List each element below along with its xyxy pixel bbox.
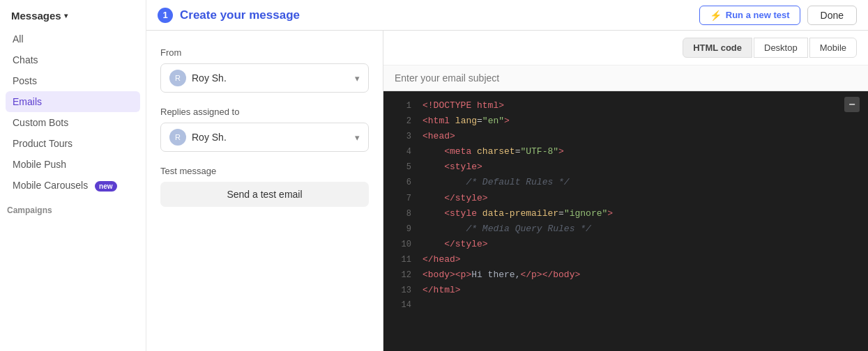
sidebar-item-emails[interactable]: Emails (6, 91, 140, 112)
sidebar-item-mobile-push[interactable]: Mobile Push (6, 154, 140, 175)
tab-html-code[interactable]: HTML code (683, 38, 752, 58)
sidebar-item-custom-bots[interactable]: Custom Bots (6, 112, 140, 133)
new-badge: new (95, 181, 116, 192)
top-bar: 1 Create your message ⚡ Run a new test D… (146, 0, 868, 31)
line-number: 7 (390, 192, 411, 205)
replies-label: Replies assigned to (160, 107, 369, 117)
chevron-down-icon: ▾ (64, 12, 68, 20)
tab-mobile[interactable]: Mobile (809, 38, 857, 58)
run-new-test-button[interactable]: ⚡ Run a new test (699, 6, 800, 25)
code-line: 1<!DOCTYPE html> (383, 98, 868, 114)
line-number: 1 (390, 99, 411, 113)
tab-desktop[interactable]: Desktop (754, 38, 808, 58)
line-number: 11 (390, 253, 411, 267)
from-group: From R Roy Sh. ▾ (160, 47, 369, 93)
test-message-label: Test message (160, 166, 369, 176)
code-line: 3<head> (383, 129, 868, 144)
code-line: 12<body><p>Hi there,</p></body> (383, 267, 868, 283)
from-label: From (160, 47, 369, 58)
editor-panel: HTML code Desktop Mobile − 1<!DOCTYPE ht… (383, 31, 868, 351)
code-line: 4 <meta charset="UTF-8"> (383, 144, 868, 159)
line-number: 10 (390, 237, 411, 251)
run-test-label: Run a new test (726, 10, 790, 20)
sidebar-item-mobile-carousels[interactable]: Mobile Carousels new (6, 175, 140, 196)
code-content: <style> (422, 159, 482, 175)
content-area: From R Roy Sh. ▾ Replies assigned to R R… (146, 31, 868, 351)
main-content: 1 Create your message ⚡ Run a new test D… (146, 0, 868, 351)
sidebar-nav: All Chats Posts Emails Custom Bots Produ… (0, 29, 146, 196)
replies-group: Replies assigned to R Roy Sh. ▾ (160, 107, 369, 152)
line-number: 13 (390, 283, 411, 297)
send-test-email-button[interactable]: Send a test email (160, 182, 369, 207)
code-content: <body><p>Hi there,</p></body> (422, 267, 580, 283)
code-content: <!DOCTYPE html> (422, 98, 504, 114)
line-number: 14 (390, 298, 411, 312)
sidebar-item-all[interactable]: All (6, 29, 140, 49)
code-line: 13</html> (383, 283, 868, 298)
campaigns-section-label: Campaigns (0, 196, 146, 219)
sidebar-item-chats[interactable]: Chats (6, 49, 140, 70)
from-select-wrapper: R Roy Sh. ▾ (160, 63, 369, 93)
replies-select[interactable]: R Roy Sh. ▾ (160, 123, 369, 152)
mobile-carousels-label: Mobile Carousels (13, 180, 88, 191)
code-line: 6 /* Default Rules */ (383, 175, 868, 190)
code-lines-container: 1<!DOCTYPE html>2<html lang="en">3<head>… (383, 98, 868, 313)
sidebar: Messages ▾ All Chats Posts Emails Custom… (0, 0, 146, 351)
line-number: 3 (390, 130, 411, 143)
code-line: 9 /* Media Query Rules */ (383, 221, 868, 237)
replies-chevron-icon: ▾ (355, 132, 360, 143)
step-number: 1 (158, 8, 173, 23)
from-avatar: R (169, 70, 186, 86)
editor-toolbar: HTML code Desktop Mobile (383, 31, 868, 65)
from-select[interactable]: R Roy Sh. ▾ (160, 63, 369, 93)
sidebar-item-product-tours[interactable]: Product Tours (6, 133, 140, 154)
code-line: 7 </style> (383, 191, 868, 206)
from-chevron-icon: ▾ (355, 73, 360, 84)
code-content: </head> (422, 252, 461, 267)
code-line: 11</head> (383, 252, 868, 267)
code-editor[interactable]: − 1<!DOCTYPE html>2<html lang="en">3<hea… (383, 91, 868, 351)
collapse-button[interactable]: − (844, 97, 860, 112)
code-content: <style data-premailer="ignore"> (422, 206, 613, 221)
form-panel: From R Roy Sh. ▾ Replies assigned to R R… (146, 31, 383, 351)
code-content: </style> (422, 237, 488, 252)
replies-select-wrapper: R Roy Sh. ▾ (160, 123, 369, 152)
code-content: <html lang="en"> (422, 114, 510, 129)
line-number: 8 (390, 207, 411, 221)
messages-label: Messages (11, 10, 61, 22)
code-content: </html> (422, 283, 461, 298)
code-line: 14 (383, 298, 868, 312)
code-line: 2<html lang="en"> (383, 114, 868, 129)
code-content: /* Default Rules */ (422, 175, 570, 190)
test-message-group: Test message Send a test email (160, 166, 369, 207)
line-number: 6 (390, 176, 411, 189)
email-subject-input[interactable] (383, 65, 868, 91)
code-line: 10 </style> (383, 237, 868, 252)
top-bar-left: 1 Create your message (158, 8, 300, 23)
from-value: Roy Sh. (192, 72, 349, 84)
replies-avatar: R (169, 129, 186, 146)
line-number: 5 (390, 160, 411, 174)
code-content: <meta charset="UTF-8"> (422, 144, 564, 159)
code-content: <head> (422, 129, 455, 144)
line-number: 12 (390, 268, 411, 282)
line-number: 4 (390, 145, 411, 159)
replies-value: Roy Sh. (192, 132, 349, 143)
code-line: 8 <style data-premailer="ignore"> (383, 206, 868, 221)
line-number: 9 (390, 222, 411, 236)
done-button[interactable]: Done (807, 6, 857, 25)
messages-menu[interactable]: Messages ▾ (0, 0, 146, 29)
code-content: </style> (422, 191, 488, 206)
line-number: 2 (390, 114, 411, 128)
code-content: /* Media Query Rules */ (422, 221, 591, 237)
code-line: 5 <style> (383, 159, 868, 175)
sidebar-item-posts[interactable]: Posts (6, 70, 140, 91)
lightning-icon: ⚡ (710, 10, 722, 21)
page-title: Create your message (180, 8, 300, 22)
